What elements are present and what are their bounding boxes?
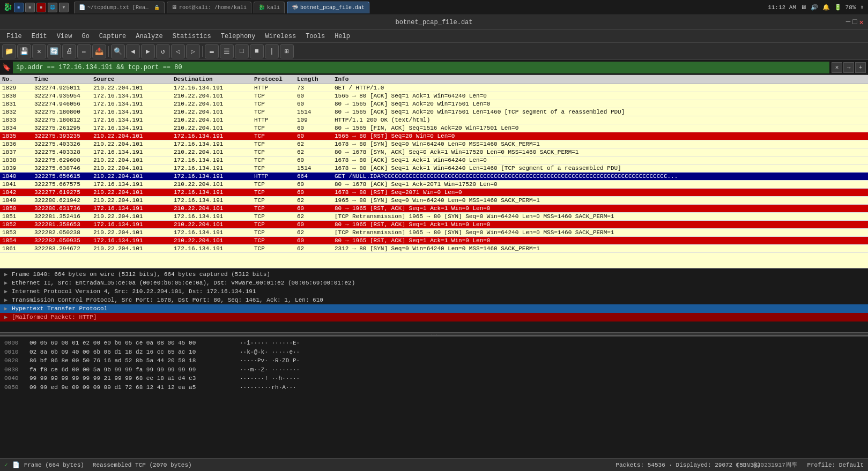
close-button[interactable]: ✕ [859, 18, 864, 27]
filter-input[interactable] [13, 62, 829, 73]
toolbar-next-btn[interactable]: ▷ [186, 44, 200, 58]
cell-proto: TCP [254, 165, 297, 171]
table-row[interactable]: 1841 322275.667575 172.16.134.191 210.22… [0, 181, 868, 189]
tab-terminal[interactable]: 🖥 root@kali: /home/kali [167, 2, 251, 13]
cell-src: 172.16.134.191 [93, 205, 174, 212]
hex-row: 0050 09 99 ed 9e 09 09 09 09 d1 72 68 12… [4, 383, 864, 392]
table-row[interactable]: 1833 322275.180812 172.16.134.191 210.22… [0, 116, 868, 124]
detail-row[interactable]: ▶ Internet Protocol Version 4, Src: 210.… [0, 287, 868, 296]
tab-pcap[interactable]: 🦈 botnet_pcap_file.dat [287, 2, 369, 13]
reassembled-label: Reassembled TCP (2070 bytes) [93, 462, 192, 468]
cell-dst: 172.16.134.191 [174, 141, 254, 147]
cell-src: 172.16.134.191 [93, 237, 174, 244]
hex-ascii: ··k·@·k· ·····e·· [240, 348, 300, 357]
detail-row[interactable]: ▶ Ethernet II, Src: EntradaN_05:ce:0a (0… [0, 279, 868, 287]
filter-arrow-btn[interactable]: → [843, 62, 854, 73]
toolbar-grid-btn[interactable]: ⊞ [280, 44, 294, 58]
menu-analyze[interactable]: Analyze [131, 32, 167, 41]
cell-len: 60 [297, 181, 335, 188]
table-row[interactable]: 1850 322280.631736 172.16.134.191 210.22… [0, 205, 868, 213]
filter-clear-btn[interactable]: ✕ [832, 62, 842, 73]
table-row[interactable]: 1854 322282.050935 172.16.134.191 210.22… [0, 237, 868, 245]
cell-src: 210.22.204.101 [93, 85, 174, 91]
menu-file[interactable]: File [2, 32, 26, 41]
menu-wireless[interactable]: Wireless [261, 32, 301, 41]
cell-time: 322275.403328 [34, 149, 93, 155]
table-row[interactable]: 1830 322274.935954 172.16.134.191 210.22… [0, 92, 868, 100]
detail-row[interactable]: ▶ Transmission Control Protocol, Src Por… [0, 296, 868, 304]
detail-row[interactable]: ▶ Frame 1840: 664 bytes on wire (5312 bi… [0, 270, 868, 279]
toolbar-export-btn[interactable]: 📤 [92, 44, 106, 58]
menu-statistics[interactable]: Statistics [168, 32, 216, 41]
toolbar-list-btn[interactable]: ▬ [205, 44, 219, 58]
maximize-button[interactable]: □ [852, 18, 857, 27]
sys-icon-3[interactable]: ■ [25, 3, 35, 12]
table-row[interactable]: 1837 322275.403328 172.16.134.191 210.22… [0, 148, 868, 156]
cell-no: 1835 [2, 133, 34, 139]
toolbar-forward-btn[interactable]: ▶ [141, 44, 155, 58]
filter-plus-btn[interactable]: + [855, 62, 866, 73]
cell-no: 1830 [2, 93, 34, 99]
table-row[interactable]: 1838 322275.629608 210.22.204.101 172.16… [0, 156, 868, 165]
toolbar-reload-btn[interactable]: 🔄 [47, 44, 61, 58]
cell-no: 1833 [2, 117, 34, 123]
toolbar-goto-btn[interactable]: ↺ [156, 44, 170, 58]
table-row[interactable]: 1852 322281.358653 172.16.134.191 210.22… [0, 221, 868, 229]
table-row[interactable]: 1835 322275.393235 210.22.204.101 172.16… [0, 132, 868, 140]
toolbar-close-btn[interactable]: ✕ [32, 44, 46, 58]
toolbar-print-btn[interactable]: 🖨 [62, 44, 76, 58]
table-row[interactable]: 1840 322275.656615 210.22.204.101 172.16… [0, 173, 868, 181]
minimize-button[interactable]: ─ [846, 18, 850, 27]
toolbar-square-btn[interactable]: □ [235, 44, 249, 58]
table-row[interactable]: 1849 322280.621942 210.22.204.101 172.16… [0, 197, 868, 205]
menu-telephony[interactable]: Telephony [217, 32, 260, 41]
table-row[interactable]: 1832 322275.180800 172.16.134.191 210.22… [0, 108, 868, 116]
toolbar-prev-btn[interactable]: ◁ [171, 44, 185, 58]
table-row[interactable]: 1831 322274.946056 172.16.134.191 210.22… [0, 100, 868, 108]
tab-tcpdump[interactable]: 📄 ~/tcpdump.txt [Read Onl... 🔒 [74, 2, 165, 13]
toolbar-edit-btn[interactable]: ✏ [77, 44, 91, 58]
menu-bar: File Edit View Go Capture Analyze Statis… [0, 30, 868, 43]
menu-view[interactable]: View [53, 32, 77, 41]
table-row[interactable]: 1851 322281.352416 210.22.204.101 172.16… [0, 213, 868, 221]
menu-tools[interactable]: Tools [301, 32, 329, 41]
table-row[interactable]: 1842 322277.619275 210.22.204.101 172.16… [0, 189, 868, 197]
packet-list[interactable]: No. Time Source Destination Protocol Len… [0, 75, 868, 268]
cell-src: 172.16.134.191 [93, 109, 174, 115]
cell-len: 1514 [297, 109, 335, 115]
menu-capture[interactable]: Capture [95, 32, 130, 41]
toolbar-open-btn[interactable]: 📁 [2, 44, 16, 58]
hex-row: 0020 86 bf 06 8e 00 50 76 16 ad 52 8b 5a… [4, 356, 864, 365]
hex-row: 0040 99 99 99 99 99 99 99 21 99 99 68 ee… [4, 374, 864, 383]
toolbar-zoom-btn[interactable]: 🔍 [111, 44, 125, 58]
detail-row[interactable]: ▶ [Malformed Packet: HTTP] [0, 313, 868, 322]
toolbar-save-btn[interactable]: 💾 [17, 44, 31, 58]
table-row[interactable]: 1829 322274.925011 210.22.204.101 172.16… [0, 84, 868, 92]
cell-proto: TCP [254, 101, 297, 107]
toolbar-col-btn[interactable]: ☰ [220, 44, 234, 58]
detail-row[interactable]: ▶ Hypertext Transfer Protocol [0, 304, 868, 313]
hex-row: 0000 00 05 69 00 01 e2 00 e0 b6 05 ce 0a… [4, 339, 864, 348]
cell-time: 322283.294672 [34, 245, 93, 252]
hex-offset: 0020 [4, 356, 23, 365]
menu-help[interactable]: Help [330, 32, 354, 41]
menu-go[interactable]: Go [77, 32, 93, 41]
toolbar-stop-btn[interactable]: ■ [250, 44, 264, 58]
toolbar-back-btn[interactable]: ◀ [126, 44, 140, 58]
sys-icon-2[interactable]: ■ [14, 3, 24, 12]
cell-src: 210.22.204.101 [93, 165, 174, 171]
expand-icon: ▶ [4, 305, 10, 312]
sys-icon-5[interactable]: 🌐 [48, 3, 57, 12]
table-row[interactable]: 1861 322283.294672 210.22.204.101 172.16… [0, 245, 868, 253]
table-row[interactable]: 1836 322275.403326 210.22.204.101 172.16… [0, 140, 868, 148]
packet-detail[interactable]: ▶ Frame 1840: 664 bytes on wire (5312 bi… [0, 268, 868, 332]
table-row[interactable]: 1839 322275.638746 210.22.204.101 172.16… [0, 165, 868, 173]
table-row[interactable]: 1853 322282.050238 210.22.204.101 172.16… [0, 229, 868, 237]
sys-icon-1[interactable]: 🐉 [3, 3, 12, 12]
table-row[interactable]: 1834 322275.261295 172.16.134.191 210.22… [0, 124, 868, 132]
tab-kali[interactable]: 🐉 kali [254, 2, 285, 13]
sys-icon-6[interactable]: ▼ [59, 3, 69, 12]
sys-icon-4[interactable]: ■ [36, 3, 46, 12]
toolbar-pipe-btn[interactable]: | [265, 44, 279, 58]
menu-edit[interactable]: Edit [27, 32, 51, 41]
